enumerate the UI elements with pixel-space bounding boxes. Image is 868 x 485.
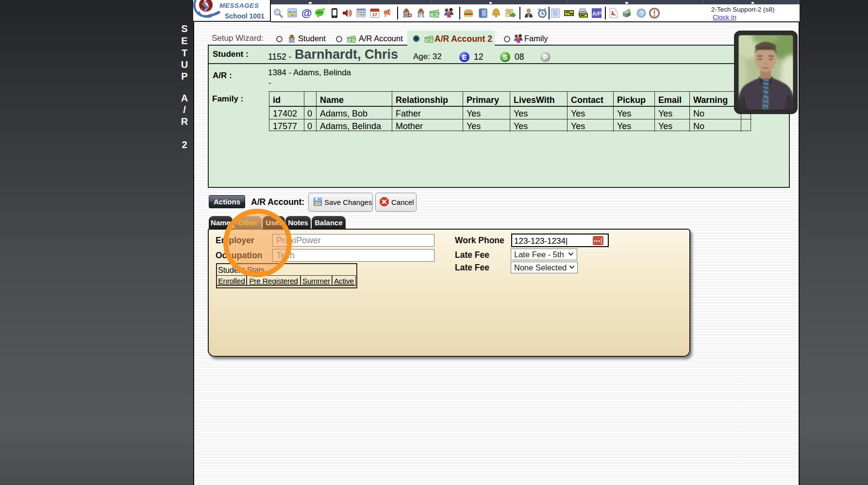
svg-text:A/P: A/P — [592, 11, 601, 17]
svg-text:@: @ — [301, 8, 312, 18]
svg-text:?: ? — [639, 9, 644, 17]
svg-text:MESSAGES: MESSAGES — [219, 2, 259, 9]
svg-text:17: 17 — [372, 12, 377, 17]
svg-text:School 1001: School 1001 — [225, 12, 265, 20]
svg-text:S: S — [201, 0, 209, 14]
